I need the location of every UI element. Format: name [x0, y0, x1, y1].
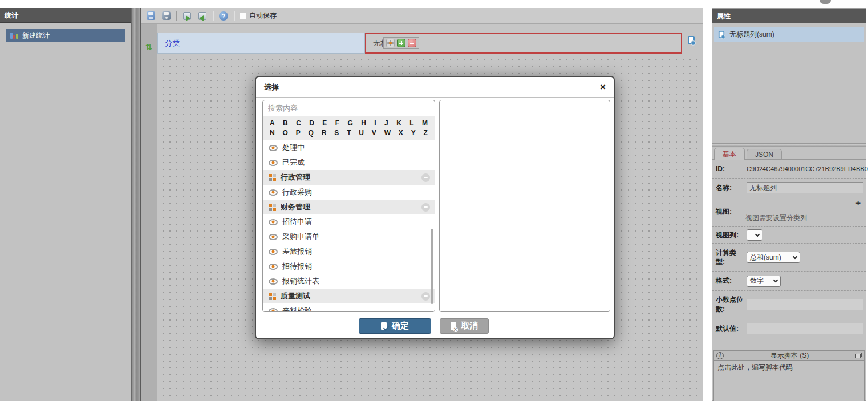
tab-basic[interactable]: 基本 — [714, 148, 745, 160]
alphabet-letter[interactable]: K — [396, 119, 401, 127]
alphabet-letter[interactable]: P — [296, 129, 301, 137]
eye-icon — [269, 308, 278, 313]
toolbar-separator — [213, 11, 213, 21]
row-gutter: ⇅ — [141, 24, 157, 401]
view-column-select[interactable] — [747, 229, 762, 241]
alphabet-letter[interactable]: Z — [424, 129, 428, 137]
expand-window-icon[interactable] — [855, 353, 862, 358]
list-item-label: 行政采购 — [282, 187, 312, 197]
help-button[interactable] — [217, 10, 230, 22]
default-value-input[interactable] — [747, 323, 863, 334]
dialog-selection-panel — [439, 100, 610, 312]
import-button[interactable] — [196, 10, 209, 22]
alphabet-letter[interactable]: L — [409, 119, 413, 127]
alphabet-letter[interactable]: W — [384, 129, 391, 137]
alphabet-letter[interactable]: H — [361, 119, 366, 127]
list-item-label: 采购申请单 — [282, 232, 319, 242]
autosave-checkbox[interactable] — [240, 13, 246, 19]
alphabet-letter[interactable]: B — [283, 119, 288, 127]
list-item[interactable]: 行政管理 — [263, 170, 435, 185]
properties-title: 属性 — [717, 12, 731, 20]
alphabet-letter[interactable]: S — [334, 129, 339, 137]
vertical-splitter[interactable] — [131, 8, 141, 401]
list-item-label: 行政管理 — [281, 172, 310, 183]
list-item[interactable]: 已完成 — [263, 155, 435, 170]
display-script-header[interactable]: 显示脚本 (S) — [714, 351, 864, 361]
list-item[interactable]: 招待申请 — [263, 214, 435, 229]
alphabet-letter[interactable]: C — [296, 119, 301, 127]
sidebar-item-new-statistic[interactable]: 新建统计 — [6, 29, 125, 42]
list-item[interactable]: 来料检验 — [263, 303, 435, 312]
cancel-button[interactable]: 取消 — [440, 318, 489, 334]
horizontal-splitter[interactable] — [712, 143, 866, 147]
decimal-places-label: 小数点位数: — [716, 295, 744, 313]
alphabet-letter[interactable]: Y — [411, 129, 416, 137]
calc-type-select[interactable]: 总和(sum) — [747, 252, 800, 263]
collapse-minus-icon[interactable] — [421, 173, 430, 182]
alphabet-letter[interactable]: I — [374, 119, 376, 127]
list-item[interactable]: 差旅报销 — [263, 244, 435, 259]
alphabet-letter[interactable]: Q — [309, 129, 314, 137]
properties-tabs: 基本 JSON — [714, 148, 782, 160]
save-button[interactable] — [144, 10, 157, 22]
list-item-label: 已完成 — [282, 157, 305, 168]
list-item[interactable]: 财务管理 — [263, 200, 435, 214]
save-as-button[interactable] — [160, 10, 172, 22]
list-item[interactable]: 招待报销 — [263, 259, 435, 274]
alphabet-letter[interactable]: D — [309, 119, 314, 127]
alphabet-letter[interactable]: U — [359, 129, 364, 137]
alphabet-letter[interactable]: X — [399, 129, 403, 137]
tab-json[interactable]: JSON — [747, 149, 782, 160]
alphabet-letter[interactable]: A — [270, 119, 275, 127]
eye-icon — [269, 145, 278, 151]
document-add-icon — [688, 36, 695, 44]
list-item-label: 来料检验 — [282, 306, 312, 312]
alphabet-letter[interactable]: E — [322, 119, 327, 127]
script-hint-text[interactable]: 点击此处，编写脚本代码 — [714, 361, 864, 375]
alphabet-letter[interactable]: N — [270, 129, 275, 137]
list-item[interactable]: 处理中 — [263, 140, 435, 155]
list-scrollbar-thumb[interactable] — [431, 229, 433, 304]
collapse-minus-icon[interactable] — [421, 203, 430, 212]
list-item[interactable]: 行政采购 — [263, 185, 435, 200]
eye-icon — [269, 249, 278, 255]
list-item[interactable]: 报销统计表 — [263, 274, 435, 289]
field-decimal-places: 小数点位数: — [712, 291, 866, 318]
eye-icon — [269, 278, 278, 285]
close-icon[interactable]: × — [600, 82, 606, 92]
alphabet-letter[interactable]: R — [322, 129, 327, 137]
alphabet-letter[interactable]: J — [384, 119, 388, 127]
swap-rows-icon[interactable]: ⇅ — [145, 42, 153, 52]
move-column-button[interactable] — [386, 39, 395, 47]
field-calc-type: 计算类型: 总和(sum) — [712, 244, 866, 272]
alphabet-letter[interactable]: T — [347, 129, 351, 137]
search-input[interactable] — [263, 100, 435, 116]
collapse-minus-icon[interactable] — [421, 292, 430, 301]
add-view-button[interactable]: + — [855, 198, 861, 208]
alphabet-letter[interactable]: M — [422, 119, 428, 127]
category-column-header[interactable]: 分类 — [157, 33, 365, 54]
remove-column-button[interactable] — [408, 39, 416, 47]
format-label: 格式: — [716, 276, 744, 285]
toolbar-separator — [176, 11, 177, 21]
properties-selected-column[interactable]: 无标题列(sum) — [714, 27, 864, 42]
column-mini-toolbar — [383, 37, 419, 49]
ok-button[interactable]: 确定 — [359, 318, 431, 334]
bar-chart-icon — [10, 32, 18, 39]
alphabet-letter[interactable]: O — [283, 129, 288, 137]
module-group-icon — [269, 174, 276, 181]
decimal-places-input[interactable] — [747, 299, 863, 310]
add-column-button[interactable] — [397, 39, 405, 47]
export-button[interactable] — [181, 10, 193, 22]
properties-form: ID: C9D24C4679400001CC721B92B9ED4BB0 名称:… — [712, 160, 866, 400]
format-select[interactable]: 数字 — [747, 276, 781, 287]
alphabet-letter[interactable]: F — [335, 119, 339, 127]
name-input[interactable] — [747, 182, 863, 193]
default-value-label: 默认值: — [716, 324, 744, 333]
list-item[interactable]: 采购申请单 — [263, 229, 435, 244]
list-item[interactable]: 质量测试 — [263, 289, 435, 303]
save-dark-icon — [162, 11, 171, 20]
append-column-button[interactable] — [688, 36, 695, 46]
alphabet-letter[interactable]: V — [372, 129, 376, 137]
alphabet-letter[interactable]: G — [347, 119, 352, 127]
